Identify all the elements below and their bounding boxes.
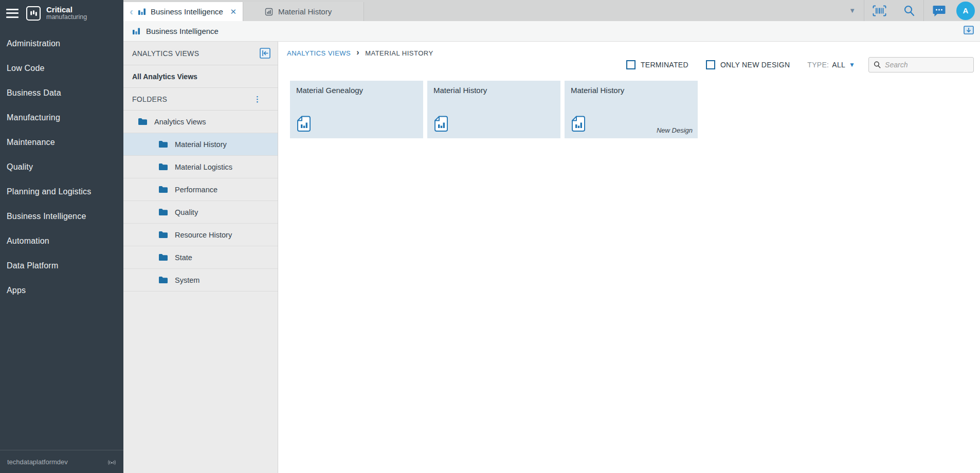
folder-icon: [138, 118, 148, 125]
folder-item-system[interactable]: System: [123, 269, 278, 292]
all-analytics-views-label: All Analytics Views: [132, 72, 197, 81]
panel-header: ANALYTICS VIEWS: [123, 42, 278, 65]
logo-subtitle: manufacturing: [46, 14, 87, 21]
folder-icon: [158, 186, 168, 193]
critical-manufacturing-logo-icon: [26, 6, 41, 21]
view-title: Business Intelligence: [146, 27, 219, 35]
folder-item-quality[interactable]: Quality: [123, 201, 278, 224]
search-icon: [903, 5, 915, 17]
folder-icon: [158, 163, 168, 171]
main-content: ANALYTICS VIEWS › MATERIAL HISTORY TERMI…: [279, 42, 980, 473]
type-label: TYPE:: [807, 61, 829, 69]
collapse-left-icon: [260, 48, 270, 59]
analytics-views-panel: ANALYTICS VIEWS All Analytics Views FOLD…: [123, 42, 278, 473]
folders-menu-icon[interactable]: ⋮: [253, 95, 261, 103]
collapse-panel-button[interactable]: [260, 48, 270, 59]
user-avatar[interactable]: A: [956, 2, 975, 20]
terminated-checkbox[interactable]: [626, 60, 636, 69]
folders-header: FOLDERS ⋮: [123, 88, 278, 111]
barcode-scan-button[interactable]: [864, 5, 895, 16]
only-new-design-filter[interactable]: ONLY NEW DESIGN: [706, 60, 790, 69]
card-title: Material Genealogy: [296, 86, 417, 95]
filter-bar: TERMINATED ONLY NEW DESIGN TYPE: ALL ▼: [626, 57, 974, 72]
panel-title: ANALYTICS VIEWS: [132, 49, 199, 58]
environment-name: techdataplatformdev: [7, 458, 68, 466]
folder-label: Analytics Views: [154, 118, 206, 126]
breadcrumb-current: MATERIAL HISTORY: [365, 49, 433, 57]
folder-item-state[interactable]: State: [123, 246, 278, 269]
folder-icon: [158, 231, 168, 239]
sidebar-item-automation[interactable]: Automation: [0, 229, 123, 253]
sidebar-nav: Administration Low Code Business Data Ma…: [0, 31, 123, 303]
sidebar-item-planning-and-logistics[interactable]: Planning and Logistics: [0, 179, 123, 204]
tab-label: Business Intelligence: [151, 7, 223, 16]
sidebar-item-low-code[interactable]: Low Code: [0, 56, 123, 81]
chat-icon: [932, 5, 946, 17]
logo-wordmark: Critical manufacturing: [46, 6, 87, 21]
sidebar-item-quality[interactable]: Quality: [0, 155, 123, 179]
top-right-toolbar: ▼: [841, 0, 980, 21]
type-caret-down-icon: ▼: [849, 61, 855, 68]
breadcrumb-chevron-icon: ›: [356, 48, 359, 57]
folder-label: Resource History: [175, 231, 232, 239]
sidebar-item-maintenance[interactable]: Maintenance: [0, 130, 123, 155]
report-document-icon: [297, 116, 311, 132]
analytics-view-cards: Material Genealogy Material History: [290, 81, 698, 138]
type-selected-value: ALL: [832, 61, 845, 69]
dock-down-icon: [964, 26, 974, 34]
folder-icon: [158, 253, 168, 261]
environment-bar: techdataplatformdev: [0, 450, 123, 473]
connection-status-icon: [108, 459, 116, 465]
card-title: Material History: [433, 86, 554, 95]
tab-business-intelligence[interactable]: ‹ Business Intelligence ✕: [123, 2, 243, 21]
only-new-design-checkbox[interactable]: [706, 60, 715, 69]
folder-icon: [158, 276, 168, 284]
view-title-bar: Business Intelligence: [123, 21, 980, 42]
card-material-history[interactable]: Material History: [427, 81, 560, 138]
messages-button[interactable]: [924, 5, 954, 17]
sidebar-item-business-intelligence[interactable]: Business Intelligence: [0, 204, 123, 229]
card-material-history-new-design[interactable]: Material History New Design: [565, 81, 698, 138]
all-analytics-views-item[interactable]: All Analytics Views: [123, 65, 278, 88]
folder-root-analytics-views[interactable]: Analytics Views: [123, 111, 278, 133]
sidebar-item-business-data[interactable]: Business Data: [0, 81, 123, 105]
sidebar-item-administration[interactable]: Administration: [0, 31, 123, 56]
folder-icon: [158, 208, 168, 216]
folder-item-resource-history[interactable]: Resource History: [123, 224, 278, 246]
folders-tree: Analytics Views Material History Materia…: [123, 111, 278, 292]
search-button[interactable]: [895, 5, 923, 17]
report-document-icon: [434, 116, 448, 132]
type-dropdown[interactable]: TYPE: ALL ▼: [807, 61, 855, 69]
card-material-genealogy[interactable]: Material Genealogy: [290, 81, 423, 138]
search-input-icon: [874, 61, 881, 69]
sidebar-item-manufacturing[interactable]: Manufacturing: [0, 105, 123, 130]
bar-chart-icon: [138, 8, 146, 15]
folder-icon: [158, 140, 168, 148]
tab-close-icon[interactable]: ✕: [230, 7, 237, 16]
folder-item-material-history[interactable]: Material History: [123, 133, 278, 156]
terminated-filter[interactable]: TERMINATED: [626, 60, 688, 69]
dock-view-button[interactable]: [964, 26, 974, 37]
sidebar-header: Critical manufacturing: [0, 0, 123, 21]
hamburger-menu-icon[interactable]: [6, 9, 19, 18]
tab-list-dropdown-icon[interactable]: ▼: [841, 7, 864, 14]
report-document-icon: [571, 116, 586, 132]
barcode-icon: [873, 5, 886, 16]
tab-back-icon[interactable]: ‹: [130, 6, 133, 16]
search-box: [868, 57, 974, 72]
folder-item-material-logistics[interactable]: Material Logistics: [123, 156, 278, 178]
card-title: Material History: [571, 86, 692, 95]
tab-material-history[interactable]: Material History: [243, 2, 364, 21]
main-sidebar: Critical manufacturing Administration Lo…: [0, 0, 123, 473]
breadcrumb: ANALYTICS VIEWS › MATERIAL HISTORY: [287, 49, 433, 57]
search-input[interactable]: [885, 61, 969, 69]
logo-title: Critical: [46, 6, 87, 14]
breadcrumb-analytics-views-link[interactable]: ANALYTICS VIEWS: [287, 49, 351, 57]
tab-strip: ‹ Business Intelligence ✕ Material Histo…: [123, 0, 980, 21]
folder-label: System: [175, 276, 199, 284]
folder-item-performance[interactable]: Performance: [123, 178, 278, 201]
folder-label: Performance: [175, 186, 217, 194]
sidebar-item-apps[interactable]: Apps: [0, 278, 123, 303]
sidebar-item-data-platform[interactable]: Data Platform: [0, 253, 123, 278]
report-icon: [265, 8, 273, 16]
